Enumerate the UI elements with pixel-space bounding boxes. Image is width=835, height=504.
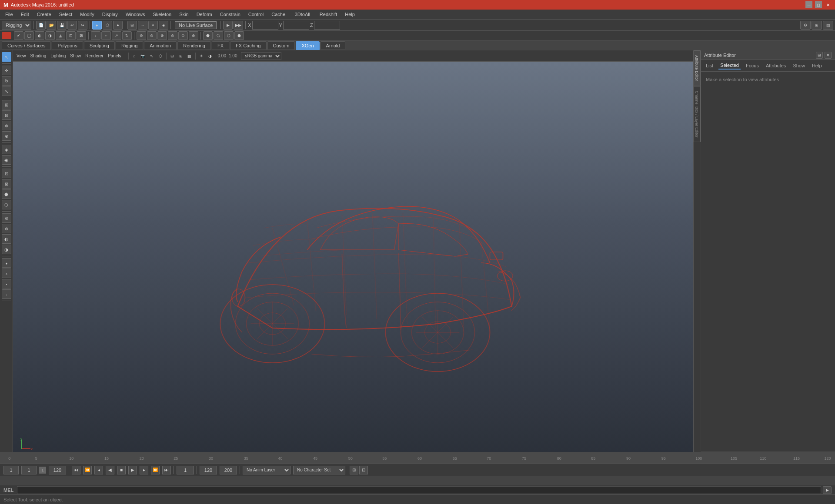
- tb2-btn7[interactable]: ⊠: [77, 31, 86, 40]
- ae-float-btn[interactable]: ⊞: [816, 52, 823, 59]
- tb2-btn21[interactable]: ⬢: [234, 31, 244, 40]
- tb2-btn10[interactable]: ↗: [112, 31, 121, 40]
- lt-btn21[interactable]: ⬩: [2, 279, 11, 288]
- tb2-btn17[interactable]: ⊚: [189, 31, 198, 40]
- ae-tab-attributes[interactable]: Attributes: [764, 62, 788, 69]
- tb2-btn4[interactable]: ◑: [45, 31, 55, 40]
- snap-curve-btn[interactable]: ~: [138, 21, 147, 30]
- tab-rendering[interactable]: Rendering: [177, 41, 211, 50]
- side-tab-channel-box[interactable]: Channel Box / Layer Editor: [694, 86, 701, 143]
- menu-deform[interactable]: Deform: [193, 11, 216, 18]
- minimize-button[interactable]: ─: [805, 1, 812, 8]
- menu-modify[interactable]: Modify: [77, 11, 97, 18]
- menu-redshift[interactable]: Redshift: [316, 11, 341, 18]
- vp-lasso-btn[interactable]: ⬡: [157, 52, 164, 60]
- frame-start-field[interactable]: [3, 466, 19, 474]
- menu-skin[interactable]: Skin: [176, 11, 192, 18]
- tab-arnold[interactable]: Arnold: [321, 41, 346, 50]
- tab-fx-caching[interactable]: FX Caching: [230, 41, 266, 50]
- menu-display[interactable]: Display: [99, 11, 121, 18]
- tb2-btn14[interactable]: ⊗: [157, 31, 167, 40]
- menu-help[interactable]: Help: [341, 11, 358, 18]
- vp-wire-btn[interactable]: ⊟: [168, 52, 176, 60]
- range-end-display[interactable]: [220, 466, 237, 474]
- lt-btn6[interactable]: ⊟: [2, 110, 11, 120]
- tb2-btn8[interactable]: ↕: [91, 31, 100, 40]
- snap-point-btn[interactable]: ✦: [148, 21, 158, 30]
- snap-view-btn[interactable]: ◈: [159, 21, 168, 30]
- frame-end-field[interactable]: [49, 466, 66, 474]
- lt-btn22[interactable]: ⬪: [2, 289, 11, 299]
- lt-btn7[interactable]: ⊕: [2, 121, 11, 130]
- ae-tab-help[interactable]: Help: [810, 62, 824, 69]
- lt-btn14[interactable]: ⬡: [2, 200, 11, 209]
- tb2-btn6[interactable]: ⊡: [66, 31, 76, 40]
- tb2-btn15[interactable]: ⊘: [168, 31, 177, 40]
- stop-btn[interactable]: ■: [117, 466, 126, 474]
- tab-polygons[interactable]: Polygons: [52, 41, 83, 50]
- menu-windows[interactable]: Windows: [122, 11, 149, 18]
- scale-tool-btn[interactable]: ⤡: [2, 86, 11, 96]
- goto-start-btn[interactable]: ⏮: [72, 466, 80, 474]
- redo-btn[interactable]: ↪: [78, 21, 87, 30]
- tab-xgen[interactable]: XGen: [296, 41, 319, 50]
- side-tab-attr-editor[interactable]: Attribute Editor: [694, 50, 701, 86]
- play-fwd-btn[interactable]: ▶: [128, 466, 137, 474]
- bc-btn1[interactable]: ⊞: [350, 466, 358, 474]
- ae-tab-show[interactable]: Show: [791, 62, 807, 69]
- lt-btn17[interactable]: ◐: [2, 234, 11, 244]
- menu-create[interactable]: Create: [33, 11, 55, 18]
- timeline-ruler[interactable]: 0 5 10 15 20 25 30 35 40 45 50 55 60 65 …: [0, 452, 835, 464]
- menu-constrain[interactable]: Constrain: [217, 11, 244, 18]
- panels-menu[interactable]: Panels: [106, 53, 123, 59]
- ipr-btn[interactable]: ▶▶: [234, 21, 243, 30]
- goto-end-btn[interactable]: ⏭: [162, 466, 171, 474]
- tb2-btn11[interactable]: ↻: [122, 31, 132, 40]
- maximize-button[interactable]: □: [815, 1, 822, 8]
- ae-close-btn[interactable]: ✕: [825, 52, 832, 59]
- paint-btn[interactable]: ●: [113, 21, 123, 30]
- snap-grid-btn[interactable]: ⊞: [127, 21, 137, 30]
- panel-btn[interactable]: ▤: [823, 21, 833, 30]
- vp-smooth-btn[interactable]: ⊞: [177, 52, 185, 60]
- vp-texture-btn[interactable]: ▦: [186, 52, 194, 60]
- lt-btn11[interactable]: ⊡: [2, 169, 11, 178]
- vp-cam-btn[interactable]: 📷: [139, 52, 147, 60]
- workspace-dropdown[interactable]: Rigging: [2, 21, 31, 30]
- menu-file[interactable]: File: [2, 11, 17, 18]
- settings-btn[interactable]: ⚙: [800, 21, 811, 30]
- lt-btn8[interactable]: ⊗: [2, 131, 11, 141]
- lt-btn9[interactable]: ◈: [2, 145, 11, 154]
- tab-rigging[interactable]: Rigging: [116, 41, 143, 50]
- lt-btn5[interactable]: ⊞: [2, 100, 11, 109]
- tb2-btn9[interactable]: ↔: [101, 31, 111, 40]
- undo-btn[interactable]: ↩: [67, 21, 77, 30]
- y-field[interactable]: [283, 21, 309, 30]
- lt-btn19[interactable]: ⬧: [2, 258, 11, 268]
- tab-fx[interactable]: FX: [212, 41, 229, 50]
- lt-btn12[interactable]: ⊠: [2, 179, 11, 189]
- vp-home-btn[interactable]: ⌂: [130, 52, 138, 60]
- tb2-btn12[interactable]: ⊕: [137, 31, 146, 40]
- ae-tab-list[interactable]: List: [704, 62, 715, 69]
- close-button[interactable]: ✕: [825, 1, 832, 8]
- gamma-select[interactable]: sRGB gamma: [241, 52, 281, 60]
- menu-cache[interactable]: Cache: [268, 11, 289, 18]
- tb2-btn18[interactable]: ⬟: [203, 31, 213, 40]
- menu-control[interactable]: Control: [245, 11, 267, 18]
- tb2-btn16[interactable]: ⊙: [178, 31, 188, 40]
- new-file-btn[interactable]: 📄: [36, 21, 46, 30]
- mel-input[interactable]: [17, 486, 821, 494]
- menu-edit[interactable]: Edit: [17, 11, 33, 18]
- lt-btn16[interactable]: ⊛: [2, 224, 11, 233]
- ae-tab-focus[interactable]: Focus: [744, 62, 761, 69]
- lighting-menu[interactable]: Lighting: [49, 53, 67, 59]
- lt-btn18[interactable]: ◑: [2, 245, 11, 254]
- tb2-btn5[interactable]: ◭: [56, 31, 65, 40]
- render-btn[interactable]: ▶: [223, 21, 233, 30]
- lt-btn10[interactable]: ◉: [2, 155, 11, 165]
- next-frame-btn[interactable]: ⏩: [151, 466, 160, 474]
- tab-curves-surfaces[interactable]: Curves / Surfaces: [2, 41, 51, 50]
- renderer-menu[interactable]: Renderer: [84, 53, 105, 59]
- menu-select[interactable]: Select: [56, 11, 76, 18]
